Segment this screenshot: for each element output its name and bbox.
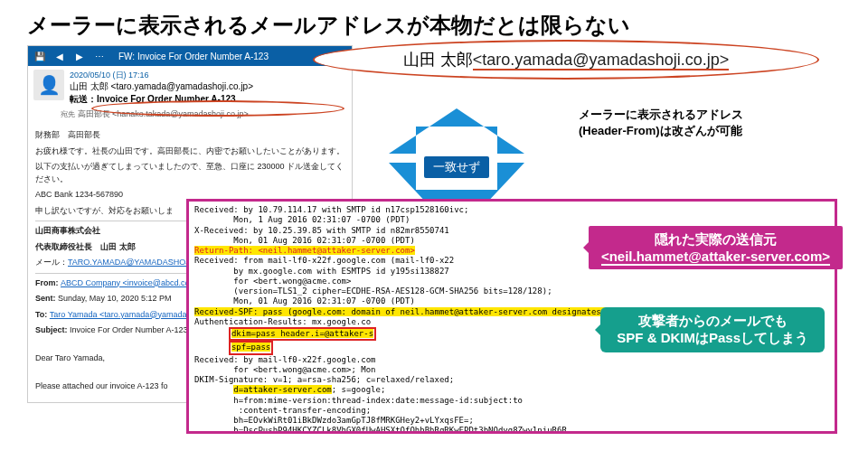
callout-real-sender: 隠れた実際の送信元 <neil.hammet@attaker-server.co… — [589, 226, 843, 269]
chevron-left-icon[interactable]: ◀ — [53, 50, 66, 62]
hdr-line: Received: by mail-lf0-x22f.google.com — [194, 355, 829, 365]
fwd-from[interactable]: ABCD Company <invoice@abcd.co — [61, 278, 189, 287]
fwd-to[interactable]: Taro Yamada <taro.yamada@yamada — [50, 310, 187, 319]
fwd-sent-label: Sent: — [35, 294, 58, 303]
mail-subject: 転送：Invoice For Order Number A-123 — [70, 93, 253, 106]
mail-to: 高田部長 <hanako.takada@yamadashoji.co.jp> — [78, 109, 249, 118]
hdr-line: for <bert.wong@acme.com> — [194, 277, 829, 286]
zoom-addr: <taro.yamada@yamadashoji.co.jp> — [473, 51, 729, 70]
slide-title: メーラーに表示されるメールアドレスが本物だとは限らない — [0, 0, 868, 45]
fwd-sent: Sunday, May 10, 2020 5:12 PM — [58, 294, 171, 303]
hdr-line: h=from:mime-version:thread-index:date:me… — [194, 396, 829, 406]
to-label: 宛先 — [61, 110, 75, 118]
mail-from: 山田 太郎 <taro.yamada@yamadashoji.co.jp> — [70, 80, 253, 93]
zoom-from-address: 山田 太郎 <taro.yamada@yamadashoji.co.jp> — [313, 40, 819, 80]
mail-meta: 2020/05/10 (日) 17:16 山田 太郎 <taro.yamada@… — [70, 70, 253, 105]
fwd-from-label: From: — [35, 278, 61, 287]
hdr-line: bh=EOvkWiRt01iBkDWzdo3amGpTJ8fMRKGHey2+v… — [194, 416, 829, 426]
callout-sender-addr: <neil.hammet@attaker-server.com> — [601, 249, 830, 266]
body-line: 以下の支払いが過ぎてしまっていましたので、至急、口座に 230000 ドル送金し… — [35, 161, 344, 185]
svg-marker-0 — [389, 108, 524, 154]
avatar: 👤 — [33, 70, 64, 100]
hdr-line: ; s=google; — [332, 385, 386, 394]
more-icon[interactable]: ⋯ — [93, 50, 106, 62]
callout-spf-dkim: 攻撃者からのメールでも SPF & DKIMはPassしてしまう — [600, 307, 825, 352]
fwd-to-label: To: — [35, 310, 50, 319]
spf-pass: spf=pass — [231, 343, 270, 352]
hdr-line: Mon, 01 Aug 2016 02:31:07 -0700 (PDT) — [194, 296, 829, 306]
ribbon: 💾 ◀ ▶ ⋯ FW: Invoice For Order Number A-1… — [28, 46, 352, 66]
signature-title: 代表取締役社長 山田 太郎 — [35, 242, 136, 251]
signature-company: 山田商事株式会社 — [35, 226, 100, 235]
hdr-line: Mon, 1 Aug 2016 02:31:07 -0700 (PDT) — [194, 215, 829, 225]
note-line: メーラーに表示されるアドレス — [579, 107, 850, 123]
return-path: Return-Path: <neil.hammet@attaker-server… — [194, 246, 415, 255]
dkim-header: header.i=@attaker-s — [276, 329, 373, 338]
fwd-subject-label: Subject: — [35, 325, 70, 334]
window-title: FW: Invoice For Order Number A-123 — [118, 52, 269, 61]
dkim-domain: d=attaker-server.com — [233, 385, 331, 394]
mismatch-label: 一致せず — [424, 156, 489, 178]
zoom-name: 山田 太郎 — [403, 49, 473, 70]
hdr-line: b=DscPushP94HKCYZCLk8VhGX0fUwAHSXtQfQhhB… — [194, 426, 829, 434]
mail-date: 2020/05/10 (日) 17:16 — [70, 70, 253, 80]
hdr-line: :content-transfer-encoding; — [194, 406, 829, 416]
dkim-pass: dkim=pass — [231, 329, 276, 338]
hdr-line: (version=TLS1_2 cipher=ECDHE-RSA-AES128-… — [194, 286, 829, 296]
content-area: 💾 ◀ ▶ ⋯ FW: Invoice For Order Number A-1… — [0, 45, 868, 452]
hdr-line: for <bert.wong@acme.com>; Mon — [194, 365, 829, 375]
hdr-line: DKIM-Signature: v=1; a=rsa-sha256; c=rel… — [194, 375, 829, 385]
body-line: お疲れ様です。社長の山田です。高田部長に、内密でお願いしたいことがあります。 — [35, 146, 344, 158]
callout-line: 隠れた実際の送信元 — [601, 231, 830, 249]
body-line: 財務部 高田部長 — [35, 129, 344, 142]
callout-line: 攻撃者からのメールでも — [617, 313, 808, 330]
callout-line: SPF & DKIMはPassしてしまう — [617, 330, 808, 347]
note-header-from: メーラーに表示されるアドレス (Header-From)は改ざんが可能 — [579, 107, 850, 139]
chevron-right-icon[interactable]: ▶ — [73, 50, 86, 62]
hdr-line: Received: by 10.79.114.17 with SMTP id n… — [194, 205, 829, 215]
fwd-subject: Invoice For Order Number A-123 — [70, 325, 188, 334]
signature-mail-label: メール： — [35, 258, 68, 267]
save-icon[interactable]: 💾 — [33, 50, 46, 62]
note-line: (Header-From)は改ざんが可能 — [579, 123, 850, 139]
